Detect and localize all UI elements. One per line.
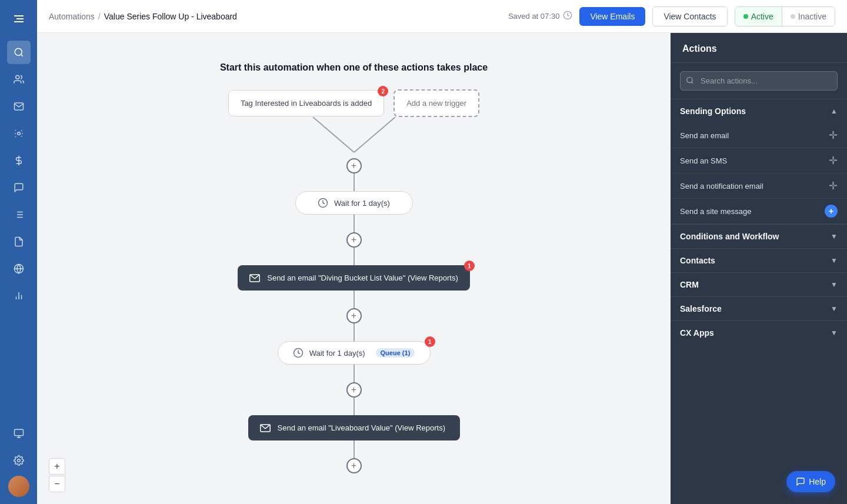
nav-search[interactable]: [7, 41, 31, 64]
sending-options-section[interactable]: Sending Options ▲: [671, 99, 847, 123]
conditions-section[interactable]: Conditions and Workflow ▼: [671, 224, 847, 248]
merge-svg: [242, 117, 466, 158]
email-icon-1: [249, 274, 260, 282]
line-3: [354, 248, 355, 265]
add-button-4[interactable]: +: [346, 382, 362, 398]
zoom-in-button[interactable]: +: [49, 458, 65, 475]
queue-badge: Queue (1): [376, 348, 415, 358]
svg-point-0: [15, 48, 22, 55]
wait-label-1: Wait for 1 day(s): [334, 199, 390, 208]
wait-node-1[interactable]: Wait for 1 day(s): [295, 191, 413, 215]
action-plus-blue-3[interactable]: +: [825, 205, 838, 218]
crm-chevron: ▼: [831, 281, 838, 289]
zoom-out-button[interactable]: −: [49, 476, 65, 492]
svg-point-3: [17, 132, 20, 135]
action-item-0[interactable]: Send an email ✛: [671, 123, 847, 148]
connector-5: +: [346, 440, 362, 473]
action-label-0: Send an email: [680, 131, 729, 140]
trigger-label-1: Tag Interested in Liveaboards is added: [241, 99, 372, 108]
add-button-3[interactable]: +: [346, 308, 362, 323]
email-label-1: Send an email "Diving Bucket List Value"…: [267, 273, 458, 282]
add-button-2[interactable]: +: [346, 232, 362, 248]
nav-contacts[interactable]: [7, 68, 31, 91]
inactive-button[interactable]: Inactive: [782, 7, 835, 26]
cxapps-section[interactable]: CX Apps ▼: [671, 321, 847, 345]
action-plus-0[interactable]: ✛: [829, 129, 838, 142]
wait-label-2: Wait for 1 day(s): [309, 349, 365, 358]
clock-icon-2: [293, 348, 304, 358]
email-node-1-wrapper: Send an email "Diving Bucket List Value"…: [238, 265, 470, 291]
add-button-5[interactable]: +: [346, 458, 362, 473]
action-item-3[interactable]: Send a site message +: [671, 199, 847, 224]
history-icon[interactable]: [563, 11, 572, 22]
line-5: [354, 323, 355, 341]
nav-lists[interactable]: [7, 203, 31, 226]
sidebar-nav: [0, 0, 37, 504]
email-node-2[interactable]: Send an email "Liveaboard Value" (View R…: [248, 415, 460, 440]
trigger-box-1[interactable]: Tag Interested in Liveaboards is added 2: [228, 90, 384, 116]
salesforce-section[interactable]: Salesforce ▼: [671, 296, 847, 321]
cxapps-chevron: ▼: [831, 329, 838, 337]
add-button-1[interactable]: +: [346, 158, 362, 173]
help-icon: [796, 477, 805, 486]
clock-icon-1: [318, 198, 328, 208]
nav-globe[interactable]: [7, 257, 31, 281]
svg-line-21: [313, 117, 354, 152]
email-node-1[interactable]: Send an email "Diving Bucket List Value"…: [238, 265, 470, 291]
status-group: Active Inactive: [735, 6, 835, 26]
active-label: Active: [751, 12, 773, 21]
breadcrumb-automations[interactable]: Automations: [49, 12, 95, 21]
wait-node-2-wrapper: Wait for 1 day(s) Queue (1) 1: [278, 341, 431, 365]
line-7: [354, 398, 355, 415]
crm-section[interactable]: CRM ▼: [671, 272, 847, 296]
inactive-dot: [791, 14, 795, 19]
saved-label: Saved at 07:30: [508, 12, 559, 21]
svg-line-28: [692, 82, 693, 84]
active-button[interactable]: Active: [735, 7, 782, 26]
breadcrumb-separator: /: [98, 12, 101, 21]
trigger-box-2[interactable]: Add a new trigger: [394, 89, 479, 117]
action-label-2: Send a notification email: [680, 182, 763, 191]
nav-automations[interactable]: [7, 122, 31, 145]
action-item-1[interactable]: Send an SMS ✛: [671, 148, 847, 173]
nav-revenue[interactable]: [7, 149, 31, 172]
action-plus-2[interactable]: ✛: [829, 179, 838, 192]
sidebar-toggle[interactable]: [7, 7, 31, 34]
canvas-title: Start this automation when one of these …: [220, 62, 488, 73]
search-icon: [686, 76, 694, 86]
line-4: [354, 291, 355, 308]
svg-rect-16: [14, 429, 23, 436]
nav-pages[interactable]: [7, 230, 31, 253]
avatar[interactable]: [8, 476, 29, 497]
line-2: [354, 215, 355, 232]
help-label: Help: [809, 477, 826, 486]
nav-reports[interactable]: [7, 284, 31, 308]
trigger-badge-1: 2: [378, 86, 388, 96]
wait-node-2[interactable]: Wait for 1 day(s) Queue (1): [278, 341, 431, 365]
action-plus-1[interactable]: ✛: [829, 154, 838, 167]
nav-messages[interactable]: [7, 176, 31, 199]
conditions-chevron: ▼: [831, 232, 838, 241]
view-emails-button[interactable]: View Emails: [579, 7, 645, 26]
nav-email[interactable]: [7, 95, 31, 118]
view-contacts-button[interactable]: View Contacts: [652, 6, 727, 26]
action-label-1: Send an SMS: [680, 156, 727, 165]
svg-line-1: [21, 54, 22, 56]
sending-options-title: Sending Options: [680, 106, 746, 116]
contacts-section[interactable]: Contacts ▼: [671, 248, 847, 272]
action-item-2[interactable]: Send a notification email ✛: [671, 173, 847, 199]
search-input[interactable]: [680, 71, 838, 91]
automation-canvas: Start this automation when one of these …: [55, 51, 653, 504]
email-label-2: Send an email "Liveaboard Value" (View R…: [278, 423, 446, 432]
svg-line-22: [354, 117, 395, 152]
help-button[interactable]: Help: [786, 471, 835, 492]
nav-pages-icon[interactable]: [7, 422, 31, 445]
contacts-chevron: ▼: [831, 256, 838, 265]
nav-settings[interactable]: [7, 449, 31, 472]
canvas-area: Start this automation when one of these …: [37, 33, 671, 504]
connector-4: +: [346, 365, 362, 415]
email-badge-1: 1: [464, 261, 475, 271]
connector-3: +: [346, 291, 362, 341]
inactive-label: Inactive: [798, 12, 826, 21]
conditions-title: Conditions and Workflow: [680, 232, 779, 241]
